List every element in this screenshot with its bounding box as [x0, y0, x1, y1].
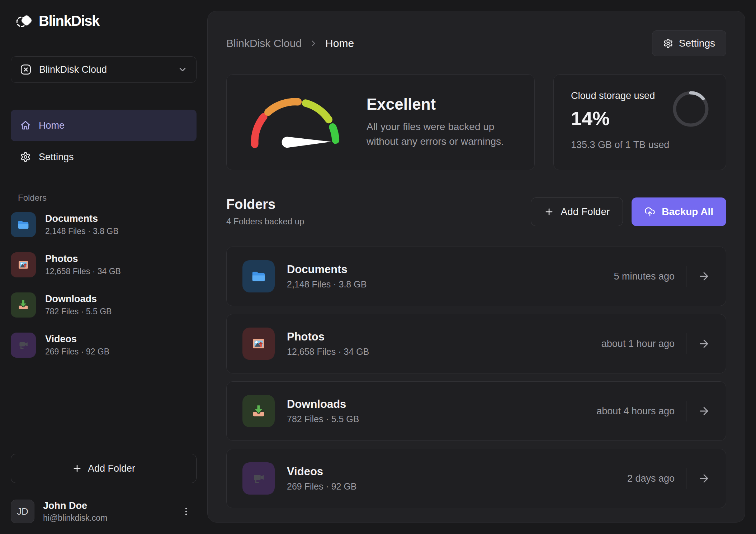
add-folder-button-label: Add Folder — [561, 206, 610, 218]
sidebar-item-label: Settings — [39, 152, 74, 163]
arrow-right-icon[interactable] — [698, 472, 710, 485]
avatar: JD — [11, 500, 34, 523]
app-title: BlinkDisk — [39, 13, 99, 29]
last-backup-time: about 4 hours ago — [596, 406, 675, 417]
summary-cards: Excellent All your files were backed up … — [226, 74, 726, 170]
downloads-folder-icon — [11, 292, 36, 318]
photos-folder-icon — [11, 252, 36, 277]
folder-row-text: Videos 269 Files · 92 GB — [287, 465, 357, 492]
storage-detail: 135.3 GB of 1 TB used — [571, 139, 709, 151]
folder-row-videos[interactable]: Videos 269 Files · 92 GB 2 days ago — [226, 449, 726, 508]
home-icon — [20, 120, 31, 131]
folder-row-text: Downloads 782 Files · 5.5 GB — [287, 398, 359, 424]
photos-folder-icon — [242, 328, 275, 360]
breadcrumb-root[interactable]: BlinkDisk Cloud — [226, 37, 302, 49]
documents-folder-icon — [11, 212, 36, 237]
sidebar-folder-list: Documents 2,148 Files · 3.8 GB Photos 12… — [11, 212, 197, 373]
gear-icon — [663, 38, 673, 48]
chevron-right-icon — [309, 39, 318, 48]
vault-icon — [20, 63, 32, 76]
folder-name: Videos — [287, 465, 357, 478]
folder-name: Downloads — [45, 294, 112, 305]
arrow-right-icon[interactable] — [698, 338, 710, 350]
folder-meta: 782 Files · 5.5 GB — [45, 307, 112, 316]
folder-row-text: Documents 2,148 Files · 3.8 GB — [287, 263, 367, 290]
backup-health-gauge — [247, 95, 344, 150]
folder-meta: 12,658 Files · 34 GB — [287, 347, 369, 357]
folder-name: Photos — [287, 330, 369, 343]
user-text: John Doe hi@blinkdisk.com — [43, 500, 107, 523]
folder-name: Downloads — [287, 398, 359, 411]
sidebar-folder-text: Documents 2,148 Files · 3.8 GB — [45, 213, 119, 236]
settings-button[interactable]: Settings — [652, 30, 726, 56]
folder-row-right: about 4 hours ago — [596, 401, 710, 421]
vault-selector[interactable]: BlinkDisk Cloud — [11, 56, 197, 83]
divider — [686, 333, 686, 354]
folder-name: Documents — [45, 213, 119, 224]
folder-name: Videos — [45, 334, 109, 345]
backup-health-description: All your files were backed up without an… — [367, 120, 514, 149]
folder-rows: Documents 2,148 Files · 3.8 GB 5 minutes… — [226, 247, 726, 508]
blinkdisk-logo-icon — [16, 13, 34, 29]
gauge-needle — [282, 137, 331, 148]
sidebar-folders-label: Folders — [11, 193, 197, 203]
folder-row-right: 2 days ago — [627, 468, 710, 489]
folders-section-actions: Add Folder Backup All — [531, 197, 726, 226]
folder-row-right: about 1 hour ago — [601, 333, 710, 354]
backup-health-text: Excellent All your files were backed up … — [367, 95, 514, 149]
last-backup-time: about 1 hour ago — [601, 338, 675, 349]
sidebar-folder-text: Videos 269 Files · 92 GB — [45, 334, 109, 357]
last-backup-time: 2 days ago — [627, 473, 675, 484]
folder-meta: 269 Files · 92 GB — [287, 481, 357, 492]
chevron-down-icon — [178, 65, 188, 75]
divider — [686, 401, 686, 421]
sidebar-add-folder-button[interactable]: Add Folder — [11, 454, 197, 483]
sidebar-folder-photos[interactable]: Photos 12,658 Files · 34 GB — [11, 252, 197, 277]
sidebar-nav: Home Settings — [11, 110, 197, 170]
divider — [686, 266, 686, 287]
user-email: hi@blinkdisk.com — [43, 513, 107, 523]
folder-meta: 2,148 Files · 3.8 GB — [45, 227, 119, 236]
plus-icon — [544, 207, 554, 217]
cloud-storage-card: Cloud storage used 14% 135.3 GB of 1 TB … — [553, 74, 726, 170]
breadcrumb: BlinkDisk Cloud Home — [226, 37, 354, 49]
folder-meta: 782 Files · 5.5 GB — [287, 414, 359, 424]
folder-row-photos[interactable]: Photos 12,658 Files · 34 GB about 1 hour… — [226, 314, 726, 373]
folder-row-documents[interactable]: Documents 2,148 Files · 3.8 GB 5 minutes… — [226, 247, 726, 306]
backup-all-button[interactable]: Backup All — [632, 197, 726, 226]
backup-health-status: Excellent — [367, 95, 514, 113]
sidebar-folder-documents[interactable]: Documents 2,148 Files · 3.8 GB — [11, 212, 197, 237]
app-logo: BlinkDisk — [11, 13, 197, 29]
folders-section-titles: Folders 4 Folders backed up — [226, 197, 304, 227]
panel-header: BlinkDisk Cloud Home Settings — [226, 30, 726, 56]
divider — [686, 468, 686, 489]
videos-folder-icon — [11, 333, 36, 358]
user-profile[interactable]: JD John Doe hi@blinkdisk.com — [11, 500, 197, 523]
folder-row-right: 5 minutes ago — [614, 266, 710, 287]
folder-name: Documents — [287, 263, 367, 276]
vault-selector-label: BlinkDisk Cloud — [39, 64, 107, 75]
sidebar-folder-text: Photos 12,658 Files · 34 GB — [45, 253, 121, 276]
sidebar-folder-videos[interactable]: Videos 269 Files · 92 GB — [11, 333, 197, 358]
folder-row-text: Photos 12,658 Files · 34 GB — [287, 330, 369, 357]
arrow-right-icon[interactable] — [698, 270, 710, 282]
folder-name: Photos — [45, 253, 121, 264]
main-panel: BlinkDisk Cloud Home Settings — [207, 11, 745, 523]
documents-folder-icon — [242, 260, 275, 292]
backup-health-card: Excellent All your files were backed up … — [226, 74, 535, 170]
breadcrumb-current: Home — [325, 37, 354, 49]
cloud-upload-icon — [644, 206, 655, 217]
folder-meta: 12,658 Files · 34 GB — [45, 267, 121, 276]
settings-button-label: Settings — [679, 38, 715, 49]
add-folder-button[interactable]: Add Folder — [531, 197, 623, 226]
sidebar-folder-downloads[interactable]: Downloads 782 Files · 5.5 GB — [11, 292, 197, 318]
folder-meta: 269 Files · 92 GB — [45, 347, 109, 357]
kebab-menu-icon[interactable] — [181, 506, 192, 517]
folder-row-downloads[interactable]: Downloads 782 Files · 5.5 GB about 4 hou… — [226, 381, 726, 441]
folder-meta: 2,148 Files · 3.8 GB — [287, 279, 367, 290]
sidebar-item-settings[interactable]: Settings — [11, 144, 197, 170]
sidebar-item-home[interactable]: Home — [11, 110, 197, 141]
arrow-right-icon[interactable] — [698, 405, 710, 417]
folders-section-subtitle: 4 Folders backed up — [226, 216, 304, 227]
plus-icon — [72, 463, 82, 473]
